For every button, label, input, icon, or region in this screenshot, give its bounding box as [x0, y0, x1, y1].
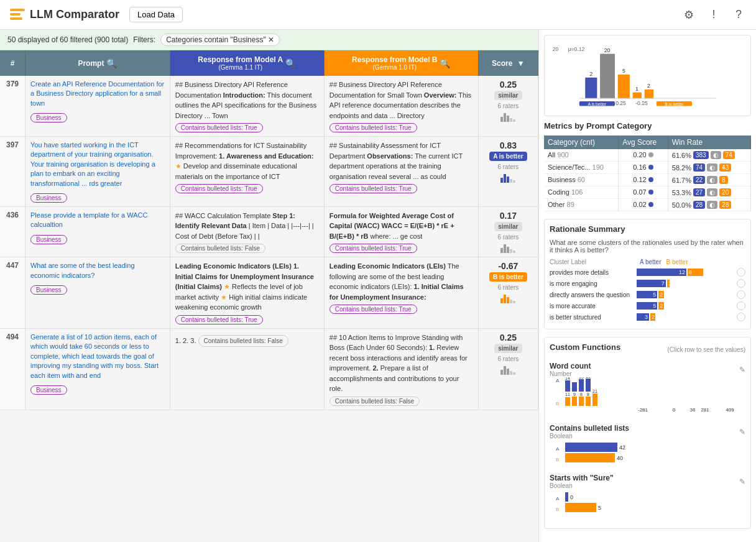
metrics-row[interactable]: Coding 106 0.07 53.3% 27 ◐ 20 — [544, 186, 751, 199]
table-row[interactable]: 447 What are some of the best leading ec… — [0, 257, 538, 329]
svg-text:0: 0 — [570, 494, 573, 500]
word-count-chart: A 14 15 16 B 11 9 8 8 21 0 -281 281 409 … — [550, 377, 742, 415]
svg-rect-54 — [565, 492, 568, 502]
score-badge: A is better — [489, 152, 527, 161]
category-tag[interactable]: Business — [30, 113, 67, 122]
category-tag[interactable]: Business — [30, 193, 67, 203]
svg-text:15: 15 — [579, 377, 584, 379]
score-badge: similar — [494, 344, 522, 353]
svg-text:9: 9 — [573, 392, 576, 397]
contains-b-tag: Contains bulleted lists: True — [330, 305, 417, 314]
svg-text:20: 20 — [604, 47, 611, 53]
svg-rect-32 — [565, 397, 570, 406]
right-panel: 20 μ=0.12 2 20 5 1 2 1.25 0.75 — [538, 30, 756, 542]
display-summary: 50 displayed of 60 filtered (900 total) — [7, 35, 128, 44]
metrics-row[interactable]: All 900 0.20 61.6% 383 ◐ 74 — [544, 149, 751, 162]
response-b-cell: ## Sustainability Assessment for ICT Dep… — [324, 137, 478, 207]
contains-b-tag: Contains bulleted lists: True — [330, 244, 417, 253]
svg-text:11: 11 — [565, 392, 570, 397]
mini-chart — [484, 364, 533, 375]
distribution-chart: 20 μ=0.12 2 20 5 1 2 1.25 0.75 — [544, 35, 751, 116]
response-a-cell: 1. 2. 3. Contains bulleted lists: False — [170, 328, 324, 410]
category-tag[interactable]: Business — [30, 385, 67, 395]
mini-chart — [484, 242, 533, 253]
table-row[interactable]: 436 Please provide a template for a WACC… — [0, 206, 538, 257]
svg-text:8: 8 — [587, 392, 589, 397]
svg-rect-4 — [618, 75, 630, 98]
svg-text:μ=0.12: μ=0.12 — [568, 46, 585, 52]
custom-fn-word-count[interactable]: Word count Number ✎ A 14 15 16 B 11 9 8 … — [550, 362, 745, 416]
svg-text:5: 5 — [598, 505, 601, 511]
custom-fn-bulleted-lists[interactable]: Contains bulleted lists Boolean ✎ A 42 B… — [550, 424, 745, 466]
header-icons: ⚙ ! ? — [681, 7, 746, 22]
alert-icon[interactable]: ! — [706, 7, 721, 22]
contains-a-tag: Contains bulleted lists: True — [175, 184, 263, 193]
prompt-cell: Please provide a template for a WACC cal… — [25, 206, 170, 257]
svg-text:0: 0 — [673, 407, 676, 413]
svg-rect-38 — [586, 397, 591, 406]
svg-rect-2 — [585, 78, 597, 98]
help-icon[interactable]: ? — [731, 7, 746, 22]
row-num: 447 — [0, 257, 25, 329]
metrics-row[interactable]: Other 89 0.02 50.0% 28 ◐ 28 — [544, 199, 751, 211]
svg-text:A: A — [556, 496, 560, 502]
edit-icon-sure[interactable]: ✎ — [739, 477, 745, 486]
category-tag[interactable]: Business — [30, 285, 67, 295]
svg-text:1: 1 — [635, 86, 638, 92]
contains-b-tag: Contains bulleted lists: True — [330, 184, 417, 193]
row-num: 397 — [0, 137, 25, 207]
score-badge: B is better — [489, 272, 527, 282]
svg-rect-51 — [565, 453, 615, 462]
load-data-button[interactable]: Load Data — [129, 7, 183, 22]
edit-icon[interactable]: ✎ — [739, 365, 745, 374]
table-row[interactable]: 379 Create an API Reference Documentatio… — [0, 76, 538, 137]
score-cell: 0.25 similar 6 raters — [478, 328, 538, 410]
metrics-title: Metrics by Prompt Category — [544, 121, 751, 131]
metrics-row[interactable]: Business 60 0.12 61.7% 22 ◐ 8 — [544, 174, 751, 186]
response-b-cell: ## 10 Action Items to Improve Standing w… — [324, 328, 478, 410]
row-num: 379 — [0, 76, 25, 137]
contains-a-tag: Contains bulleted lists: True — [175, 315, 263, 324]
prompt-cell: Create an API Reference Documentation fo… — [25, 76, 170, 137]
response-a-cell: ## WACC Calculation Template Step 1: Ide… — [170, 206, 324, 257]
response-b-cell: ## Business Directory API Reference Docu… — [324, 76, 478, 137]
svg-rect-36 — [579, 397, 584, 406]
table-row[interactable]: 494 Generate a list of 10 action items, … — [0, 328, 538, 410]
logo: LLM Comparator — [10, 8, 119, 21]
filter-tag[interactable]: Categories contain "Business" ✕ — [160, 34, 280, 46]
rationale-row[interactable]: is more accurate 5 2 — [550, 301, 745, 310]
svg-rect-57 — [565, 503, 596, 512]
custom-fn-starts-with-sure[interactable]: Starts with "Sure" Boolean ✎ A 0 B 5 — [550, 474, 745, 516]
col-num: # — [0, 50, 25, 76]
svg-rect-24 — [565, 380, 570, 392]
rationale-row[interactable]: directly answers the question 5 2 — [550, 290, 745, 299]
svg-rect-5 — [633, 93, 642, 99]
edit-icon-bulleted[interactable]: ✎ — [739, 428, 745, 436]
rationale-row[interactable]: is more engaging 7 1 — [550, 279, 745, 288]
svg-rect-40 — [592, 393, 597, 406]
rationale-row[interactable]: provides more details 12 6 — [550, 268, 745, 277]
rationale-section: Rationale Summary What are some clusters… — [544, 219, 751, 329]
custom-fn-title: Custom Functions — [550, 342, 620, 352]
col-response-a: Response from Model A (Gemma 1.1 IT) 🔍 — [170, 50, 324, 76]
category-tag[interactable]: Business — [30, 235, 67, 244]
search-response-a-icon[interactable]: 🔍 — [285, 58, 296, 68]
svg-text:A: A — [556, 446, 560, 452]
sort-icon[interactable]: ▼ — [517, 59, 525, 68]
mini-chart — [484, 111, 533, 122]
svg-text:36: 36 — [690, 407, 696, 413]
metrics-row[interactable]: Science/Tec... 190 0.16 58.2% 74 ◐ 43 — [544, 162, 751, 174]
rationale-row[interactable]: is better structured 3 2 — [550, 313, 745, 321]
response-a-cell: Leading Economic Indicators (LEIs) 1. In… — [170, 257, 324, 329]
search-prompt-icon[interactable]: 🔍 — [106, 58, 117, 68]
svg-rect-6 — [645, 90, 653, 98]
table-row[interactable]: 397 You have started working in the ICT … — [0, 137, 538, 207]
header: LLM Comparator Load Data ⚙ ! ? — [0, 0, 756, 30]
score-cell: 0.25 similar 6 raters — [478, 76, 538, 137]
rationale-title: Rationale Summary — [550, 224, 745, 234]
search-response-b-icon[interactable]: 🔍 — [440, 58, 450, 68]
settings-icon[interactable]: ⚙ — [681, 7, 696, 22]
app-title: LLM Comparator — [30, 8, 119, 21]
row-num: 494 — [0, 328, 25, 410]
svg-text:A is better: A is better — [588, 102, 607, 106]
